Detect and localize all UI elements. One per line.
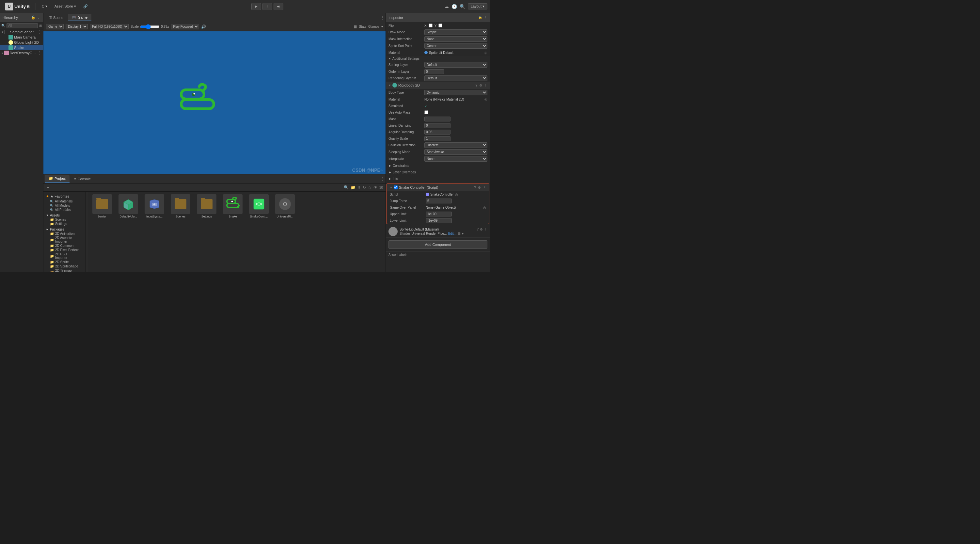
- pkg-2d-sprite[interactable]: 📁 2D Sprite: [43, 260, 86, 264]
- info-row[interactable]: ► Info: [386, 175, 490, 182]
- snake-ctrl-more-icon[interactable]: ⋮: [483, 186, 486, 189]
- pkg-psd[interactable]: 📁 2D PSD Importer: [43, 252, 86, 260]
- hierarchy-item-samplescene[interactable]: ▼ SampleScene* ⋮: [0, 29, 43, 35]
- asset-item-snakecontroller[interactable]: <> SnakeContr...: [247, 194, 270, 218]
- edit-button[interactable]: Edit...: [448, 232, 457, 235]
- material-section-settings-icon[interactable]: ⚙: [480, 227, 483, 231]
- hierarchy-item-main-camera[interactable]: Main Camera: [0, 35, 43, 40]
- search-icon-bottom[interactable]: 🔍: [344, 185, 348, 190]
- assets-folder[interactable]: ▼ Assets: [43, 213, 86, 218]
- material-expand-icon[interactable]: ▾: [462, 232, 463, 235]
- history-icon[interactable]: 🕐: [452, 4, 457, 9]
- pkg-spriteshape[interactable]: 📁 2D SpriteShape: [43, 264, 86, 269]
- hierarchy-item-global-light[interactable]: Global Light 2D: [0, 40, 43, 45]
- settings-item[interactable]: 📁 Settings: [43, 222, 86, 226]
- tab-scene[interactable]: ◫ Scene: [45, 14, 67, 21]
- folder-icon-bottom[interactable]: 📁: [351, 185, 355, 190]
- speaker-icon[interactable]: 🔊: [201, 24, 206, 29]
- rigidbody-more-icon[interactable]: ⋮: [484, 84, 487, 87]
- all-models-item[interactable]: 🔍 All Models: [43, 204, 86, 208]
- all-materials-item[interactable]: 🔍 All Materials: [43, 199, 86, 204]
- hierarchy-more-icon[interactable]: ⋮: [37, 15, 40, 20]
- menu-asset-store[interactable]: Asset Store ▾: [52, 3, 79, 10]
- star-icon-bottom[interactable]: ☆: [368, 185, 372, 190]
- aspect-icon[interactable]: ▦: [353, 24, 357, 29]
- flip-x-checkbox[interactable]: [429, 24, 433, 27]
- hierarchy-search-input[interactable]: [6, 23, 38, 28]
- snake-ctrl-settings-icon[interactable]: ⚙: [478, 186, 481, 189]
- more-icon[interactable]: ⋮: [380, 15, 384, 20]
- tab-project[interactable]: 📁 Project: [45, 175, 70, 183]
- lower-limit-input[interactable]: [426, 218, 452, 223]
- all-prefabs-item[interactable]: 🔍 All Prefabs: [43, 208, 86, 212]
- asset-item-scenes[interactable]: Scenes: [169, 194, 192, 218]
- draw-mode-select[interactable]: Simple: [425, 29, 487, 35]
- tab-console[interactable]: ≡ Console: [70, 176, 95, 182]
- auto-mass-checkbox[interactable]: [425, 110, 428, 114]
- tab-game[interactable]: 🎮 Game: [68, 14, 91, 21]
- script-target-icon[interactable]: ◎: [455, 192, 458, 196]
- material-list-icon[interactable]: ☰: [458, 232, 461, 235]
- game-over-panel-target-icon[interactable]: ◎: [483, 206, 486, 209]
- import-icon[interactable]: ⬇: [358, 185, 361, 190]
- order-in-layer-input[interactable]: [425, 69, 444, 74]
- add-component-button[interactable]: Add Component: [388, 240, 487, 249]
- menu-link[interactable]: 🔗: [81, 3, 91, 10]
- material-section-help-icon[interactable]: ?: [477, 227, 479, 231]
- scale-input[interactable]: [140, 24, 160, 29]
- material-section-more-icon[interactable]: ⋮: [484, 227, 487, 231]
- layout-button[interactable]: Layout ▾: [468, 3, 487, 10]
- body-type-select[interactable]: Dynamic: [425, 90, 487, 95]
- cloud-icon[interactable]: ☁: [444, 4, 449, 9]
- physics-material-target-icon[interactable]: ◎: [484, 98, 487, 101]
- bottom-more-icon[interactable]: ⋮: [380, 177, 384, 181]
- sprite-sort-point-select[interactable]: Center: [425, 43, 487, 49]
- collision-detection-select[interactable]: Discrete: [425, 142, 487, 148]
- flip-y-checkbox[interactable]: [438, 24, 442, 27]
- angular-damping-input[interactable]: [425, 130, 450, 135]
- favorites-header[interactable]: ★ ★ Favorites: [43, 194, 86, 199]
- hierarchy-item-snake[interactable]: Snake: [0, 45, 43, 50]
- snake-ctrl-enabled[interactable]: [394, 186, 398, 189]
- gravity-scale-input[interactable]: [425, 136, 450, 141]
- inspector-more-icon[interactable]: ⋮: [484, 16, 487, 19]
- constraints-row[interactable]: ► Constraints: [386, 162, 490, 169]
- material-target-icon[interactable]: ◎: [484, 51, 487, 54]
- rigidbody-help-icon[interactable]: ?: [475, 84, 477, 87]
- pkg-2d-animation[interactable]: 📁 2D Animation: [43, 232, 86, 236]
- eye-icon[interactable]: 👁: [374, 185, 377, 190]
- add-asset-button[interactable]: +: [46, 184, 50, 191]
- menu-c[interactable]: C ▾: [39, 3, 50, 10]
- asset-item-settings[interactable]: Settings: [195, 194, 218, 218]
- stats-button[interactable]: Stats: [359, 25, 366, 29]
- mass-input[interactable]: [425, 116, 450, 121]
- asset-item-universalr[interactable]: ⚙ UniversalR...: [273, 194, 297, 218]
- inspector-lock-icon[interactable]: 🔒: [478, 16, 482, 19]
- display-number-select[interactable]: Display 1: [65, 24, 88, 29]
- rigidbody-settings-icon[interactable]: ⚙: [479, 84, 482, 87]
- hierarchy-lock-icon[interactable]: 🔒: [31, 15, 36, 20]
- snake-ctrl-help-icon[interactable]: ?: [474, 186, 476, 189]
- interpolate-select[interactable]: None: [425, 156, 487, 162]
- additional-settings-label[interactable]: ▼ Additional Settings: [386, 56, 490, 61]
- layer-overrides-row[interactable]: ► Layer Overrides: [386, 169, 490, 175]
- upper-limit-input[interactable]: [426, 212, 452, 216]
- asset-item-defaultvol[interactable]: DefaultVolu...: [116, 194, 140, 218]
- gizmos-button[interactable]: Gizmos: [368, 25, 379, 29]
- inspector-scroll[interactable]: Flip X Y Draw Mode Simple Mask: [386, 22, 490, 272]
- hierarchy-item-menu[interactable]: ⋮: [38, 30, 42, 34]
- gizmos-arrow[interactable]: ▾: [381, 25, 383, 29]
- pause-button[interactable]: [262, 3, 272, 10]
- packages-folder[interactable]: ► Packages: [43, 227, 86, 232]
- rigidbody2d-header[interactable]: ▼ Rigidbody 2D ? ⚙ ⋮: [386, 82, 490, 89]
- step-button[interactable]: [274, 3, 283, 10]
- pkg-2d-common[interactable]: 📁 2D Common: [43, 243, 86, 248]
- resolution-select[interactable]: Full HD (1920x1080): [90, 24, 129, 29]
- hierarchy-item-dontdestroy[interactable]: ► DontDestroyOnLoad ⋮: [0, 50, 43, 56]
- play-mode-select[interactable]: Play Focused: [171, 24, 199, 29]
- pkg-tilemap[interactable]: 📁 2D Tilemap Editor: [43, 269, 86, 272]
- search-icon-top[interactable]: 🔍: [460, 4, 465, 9]
- sorting-layer-select[interactable]: Default: [425, 62, 487, 68]
- asset-item-snake[interactable]: Snake: [221, 194, 245, 218]
- mask-interaction-select[interactable]: None: [425, 36, 487, 42]
